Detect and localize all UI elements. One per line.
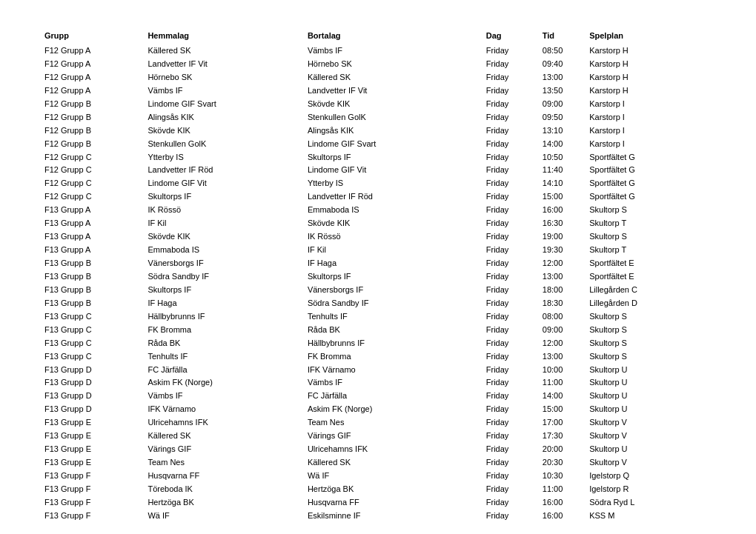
table-cell: F13 Grupp B [44,257,147,270]
table-cell: Södra Sandby IF [308,297,486,310]
table-cell: Friday [486,337,543,350]
table-cell: F13 Grupp D [44,364,147,377]
table-cell: Skultorp U [589,376,712,390]
table-cell: Friday [486,403,543,416]
table-cell: 13:00 [543,350,589,364]
table-cell: Råda BK [147,337,307,350]
table-cell: Karstorp I [589,124,712,138]
table-cell: Friday [486,138,543,151]
table-cell: Sportfältet G [589,177,712,190]
table-cell: F13 Grupp D [44,403,147,416]
table-cell: Emmaboda IS [147,244,307,257]
table-row: F13 Grupp AIK RössöEmmaboda ISFriday16:0… [44,204,712,217]
table-cell: Hörnebo SK [308,58,486,71]
table-cell: Källered SK [147,44,307,58]
table-cell: 13:00 [543,71,589,84]
table-cell: Ulricehamns IFK [147,416,307,430]
table-row: F13 Grupp FHertzöga BKHusqvarna FFFriday… [44,496,712,510]
table-cell: F13 Grupp C [44,350,147,364]
table-cell: Skultorp U [589,390,712,403]
table-cell: 15:00 [543,190,589,204]
table-cell: IK Rössö [308,230,486,244]
table-row: F13 Grupp BVänersborgs IFIF HagaFriday12… [44,257,712,270]
table-cell: 12:00 [543,337,589,350]
table-cell: 18:30 [543,297,589,310]
table-cell: Friday [486,164,543,177]
table-cell: F13 Grupp F [44,483,147,496]
table-cell: F13 Grupp F [44,470,147,483]
table-cell: Karstorp I [589,138,712,151]
table-cell: Skultorps IF [147,284,307,297]
table-cell: Wä IF [147,510,307,523]
table-cell: Skultorp S [589,350,712,364]
table-cell: 20:00 [543,443,589,456]
table-cell: Friday [486,244,543,257]
table-cell: Skultorp U [589,403,712,416]
table-cell: Askim FK (Norge) [147,376,307,390]
table-row: F13 Grupp DFC JärfällaIFK VärnamoFriday1… [44,364,712,377]
table-cell: Friday [486,390,543,403]
table-cell: 14:00 [543,390,589,403]
table-cell: Husqvarna FF [308,496,486,510]
table-cell: Källered SK [308,71,486,84]
table-cell: F13 Grupp F [44,510,147,523]
table-row: F13 Grupp ASkövde KIKIK RössöFriday19:00… [44,230,712,244]
table-cell: 19:00 [543,230,589,244]
table-cell: Landvetter IF Vit [308,84,486,98]
table-cell: Friday [486,58,543,71]
table-cell: 09:00 [543,98,589,111]
table-cell: 17:30 [543,430,589,443]
table-row: F13 Grupp AIF KilSkövde KIKFriday16:30Sk… [44,217,712,230]
table-cell: 17:00 [543,416,589,430]
table-cell: F13 Grupp A [44,230,147,244]
table-cell: Hörnebo SK [147,71,307,84]
table-cell: Skultorps IF [308,151,486,164]
table-cell: Friday [486,416,543,430]
table-cell: Hällbybrunns IF [308,337,486,350]
table-row: F12 Grupp CSkultorps IFLandvetter IF Röd… [44,190,712,204]
table-cell: Eskilsminne IF [308,510,486,523]
table-cell: IF Kil [147,217,307,230]
table-row: F13 Grupp DAskim FK (Norge)Vämbs IFFrida… [44,376,712,390]
table-cell: 12:00 [543,257,589,270]
table-cell: F12 Grupp C [44,151,147,164]
table-row: F12 Grupp CYtterby ISSkultorps IFFriday1… [44,151,712,164]
table-cell: Friday [486,364,543,377]
table-cell: Skultorp S [589,337,712,350]
table-row: F13 Grupp EUlricehamns IFKTeam NesFriday… [44,416,712,430]
table-cell: F12 Grupp B [44,98,147,111]
table-cell: 14:10 [543,177,589,190]
table-cell: F13 Grupp B [44,284,147,297]
table-cell: Stenkullen GolK [147,138,307,151]
table-cell: 08:00 [543,310,589,324]
table-cell: 19:30 [543,244,589,257]
header-dag: Dag [486,30,543,44]
table-cell: IF Haga [147,297,307,310]
table-cell: F12 Grupp C [44,164,147,177]
table-cell: IF Kil [308,244,486,257]
table-cell: Skultorp V [589,416,712,430]
table-cell: Vänersborgs IF [308,284,486,297]
table-cell: F13 Grupp B [44,297,147,310]
table-row: F13 Grupp CTenhults IFFK BrommaFriday13:… [44,350,712,364]
table-cell: F13 Grupp C [44,324,147,337]
table-row: F13 Grupp CRåda BKHällbybrunns IFFriday1… [44,337,712,350]
table-cell: F13 Grupp E [44,430,147,443]
table-cell: Skultorp U [589,443,712,456]
table-cell: Landvetter IF Röd [147,164,307,177]
table-row: F12 Grupp BLindome GIF SvartSkövde KIKFr… [44,98,712,111]
table-row: F13 Grupp FWä IFEskilsminne IFFriday16:0… [44,510,712,523]
table-cell: Friday [486,483,543,496]
table-cell: Alingsås KIK [308,124,486,138]
table-cell: Sportfältet E [589,257,712,270]
table-row: F12 Grupp CLindome GIF VitYtterby ISFrid… [44,177,712,190]
table-row: F13 Grupp DVämbs IFFC JärfällaFriday14:0… [44,390,712,403]
table-cell: FK Bromma [147,324,307,337]
table-cell: Skultorp U [589,364,712,377]
table-cell: 14:00 [543,138,589,151]
table-cell: 11:00 [543,483,589,496]
table-cell: F12 Grupp B [44,138,147,151]
table-cell: 11:00 [543,376,589,390]
table-cell: Friday [486,324,543,337]
table-cell: 08:50 [543,44,589,58]
